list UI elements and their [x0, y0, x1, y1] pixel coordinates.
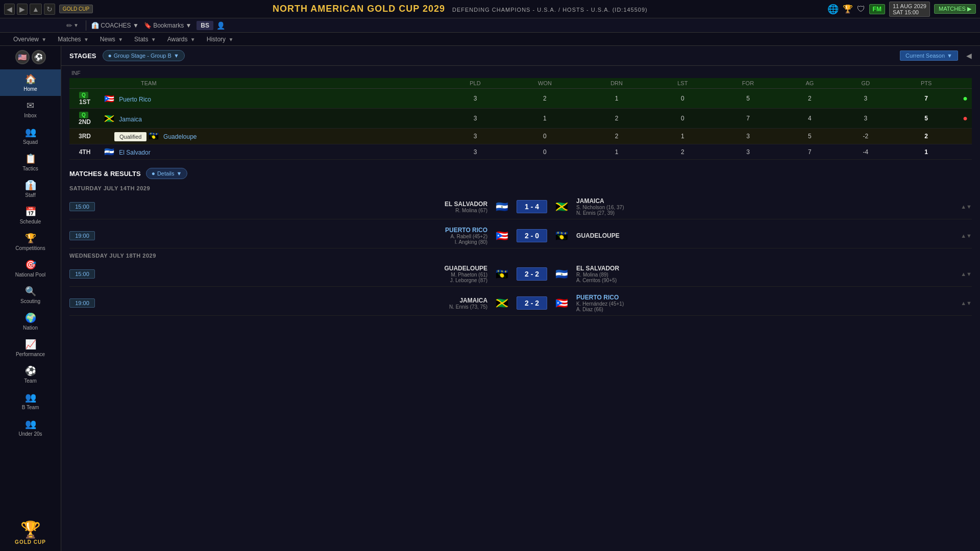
globe-icon[interactable]: 🌐: [827, 4, 839, 15]
away-flag-2: 🇬🇵: [555, 230, 568, 242]
pr-flag: 🇵🇷: [104, 94, 114, 103]
nav-matches[interactable]: Matches ▼: [53, 34, 94, 45]
won-header: WON: [508, 78, 582, 89]
match-center-4: JAMAICA N. Ennis (73, 75) 🇯🇲 2 - 2 🇵🇷 PU…: [103, 294, 961, 312]
sidebar-item-b-team[interactable]: 👥 B Team: [0, 388, 61, 414]
b-team-icon: 👥: [25, 392, 36, 403]
match-time-1[interactable]: 15:00: [69, 202, 95, 211]
pos-header: [69, 78, 100, 89]
match-actions-3: ▲▼: [961, 271, 972, 277]
qualified-badge-1: Q: [79, 92, 88, 98]
nav-awards[interactable]: Awards ▼: [162, 34, 201, 45]
sidebar-item-squad[interactable]: 👥 Squad: [0, 122, 61, 149]
match-actions-2: ▲▼: [961, 233, 972, 239]
pts-header: PTS: [894, 78, 959, 89]
nav-history[interactable]: History ▼: [202, 34, 239, 45]
current-season-button[interactable]: Current Season ▼: [900, 51, 958, 61]
sidebar-item-schedule[interactable]: 📅 Schedule: [0, 202, 61, 229]
matches-button[interactable]: MATCHES ▶: [934, 4, 976, 14]
sidebar-label-under-20s: Under 20s: [18, 431, 42, 437]
person-icon: 👤: [216, 21, 225, 30]
sidebar-item-inbox[interactable]: ✉ Inbox: [0, 96, 61, 122]
team-link-gp[interactable]: Guadeloupe: [163, 133, 197, 140]
gp-flag: 🇬🇵: [149, 132, 159, 140]
main-layout: 🇺🇸 ⚽ 🏠 Home ✉ Inbox 👥 Squad 📋 Tactics 👔 …: [0, 46, 980, 551]
nav-stats[interactable]: Stats ▼: [129, 34, 161, 45]
sidebar-item-under-20s[interactable]: 👥 Under 20s: [0, 414, 61, 441]
lst-header: LST: [651, 78, 714, 89]
sidebar-label-staff: Staff: [25, 192, 35, 198]
sidebar-item-team[interactable]: ⚽ Team: [0, 361, 61, 388]
team-flag-1[interactable]: 🇺🇸: [15, 50, 30, 64]
score-box-4[interactable]: 2 - 2: [517, 296, 547, 310]
score-box-1[interactable]: 1 - 4: [517, 200, 547, 213]
sidebar-item-home[interactable]: 🏠 Home: [0, 69, 61, 96]
sidebar-label-competitions: Competitions: [15, 245, 45, 251]
team-flag-2[interactable]: ⚽: [32, 50, 46, 64]
bookmarks-label[interactable]: 🔖 Bookmarks ▼: [144, 22, 192, 29]
jm-flag: 🇯🇲: [104, 114, 114, 123]
gold-cup-badge: GOLD CUP: [59, 5, 93, 13]
table-row: 4TH 🇸🇻 El Salvador 3 0 1 2 3 7 -4 1: [69, 144, 972, 160]
top-bar-right: 🌐 🏆 🛡 FM 11 AUG 2029 SAT 15:00 MATCHES ▶: [827, 2, 976, 17]
sv-flag: 🇸🇻: [104, 147, 114, 156]
sidebar-label-scouting: Scouting: [20, 298, 40, 304]
table-row: 3RD Qualified 🇬🇵 Guadeloupe 3 0 2 1 3 5 …: [69, 129, 972, 144]
squad-icon: 👥: [25, 127, 36, 138]
match-center-3: GUADELOUPE M. Phaeton (61) J. Leborgne (…: [103, 265, 961, 283]
team-link-pr[interactable]: Puerto Rico: [119, 96, 151, 103]
sidebar-item-tactics[interactable]: 📋 Tactics: [0, 149, 61, 176]
home-team-3: GUADELOUPE M. Phaeton (61) J. Leborgne (…: [385, 265, 487, 283]
collapse-button[interactable]: ◀: [966, 52, 972, 60]
nav-arrows[interactable]: ◀ ▶ ▲ ↻: [4, 4, 55, 15]
inf-label: INF: [69, 70, 972, 76]
match-time-4[interactable]: 19:00: [69, 298, 95, 308]
match-time-2[interactable]: 19:00: [69, 231, 95, 240]
fm-logo: FM: [869, 4, 885, 14]
sidebar-item-scouting[interactable]: 🔍 Scouting: [0, 282, 61, 308]
back-arrow[interactable]: ◀: [4, 4, 15, 15]
matches-section: MATCHES & RESULTS ● Details ▼ SATURDAY J…: [61, 160, 980, 328]
sidebar-item-staff[interactable]: 👔 Staff: [0, 176, 61, 202]
refresh-icon[interactable]: ↻: [44, 4, 55, 15]
sidebar-label-team: Team: [24, 378, 36, 384]
sidebar-item-performance[interactable]: 📈 Performance: [0, 335, 61, 361]
team-header: TEAM: [100, 78, 443, 89]
pld-header: PLD: [443, 78, 507, 89]
sidebar-item-national-pool[interactable]: 🎯 National Pool: [0, 255, 61, 282]
sidebar-label-nation: Nation: [23, 325, 38, 331]
qualified-tooltip: Qualified: [114, 132, 146, 141]
match-time-3[interactable]: 15:00: [69, 269, 95, 279]
for-header: FOR: [714, 78, 782, 89]
home-team-4: JAMAICA N. Ennis (73, 75): [385, 297, 487, 310]
away-team-3: EL SALVADOR R. Molina (89) A. Cerritos (…: [576, 265, 678, 283]
standings-table: TEAM PLD WON DRN LST FOR AG GD PTS: [69, 78, 972, 160]
shield-icon[interactable]: 🛡: [857, 5, 865, 14]
team-link-sv[interactable]: El Salvador: [119, 149, 150, 156]
group-table-section: INF TEAM PLD WON DRN LST FOR AG GD PTS: [61, 66, 980, 160]
home-icon: 🏠: [25, 73, 36, 85]
nav-overview[interactable]: Overview ▼: [8, 34, 52, 45]
sidebar-item-nation[interactable]: 🌍 Nation: [0, 308, 61, 335]
bs-badge: BS: [197, 21, 213, 30]
under-20s-icon: 👥: [25, 418, 36, 430]
team-link-jm[interactable]: Jamaica: [119, 116, 142, 123]
sidebar-item-competitions[interactable]: 🏆 Competitions: [0, 229, 61, 255]
pen-icon-area: ✏ ▼: [66, 21, 79, 30]
sidebar-label-home: Home: [23, 86, 37, 92]
group-stage-selector[interactable]: ● Group Stage - Group B ▼: [103, 50, 185, 61]
score-box-3[interactable]: 2 - 2: [517, 267, 547, 281]
forward-arrow[interactable]: ▶: [17, 4, 28, 15]
match-row: 19:00 PUERTO RICO A. Rabell (45+2) I. An…: [69, 223, 972, 248]
gold-cup-icon[interactable]: 🏆: [843, 4, 853, 14]
indicator-red-2: ●: [963, 114, 968, 122]
details-button[interactable]: ● Details ▼: [146, 168, 188, 179]
score-box-2[interactable]: 2 - 0: [517, 229, 547, 242]
ag-header: AG: [782, 78, 837, 89]
up-arrow[interactable]: ▲: [30, 4, 42, 15]
qualified-badge-2: Q: [79, 112, 88, 118]
nav-news[interactable]: News ▼: [95, 34, 128, 45]
away-team-4: PUERTO RICO K. Hernández (45+1) A. Diaz …: [576, 294, 678, 312]
home-flag-4: 🇯🇲: [496, 297, 508, 309]
coaches-label[interactable]: 👔 COACHES ▼: [91, 22, 139, 29]
